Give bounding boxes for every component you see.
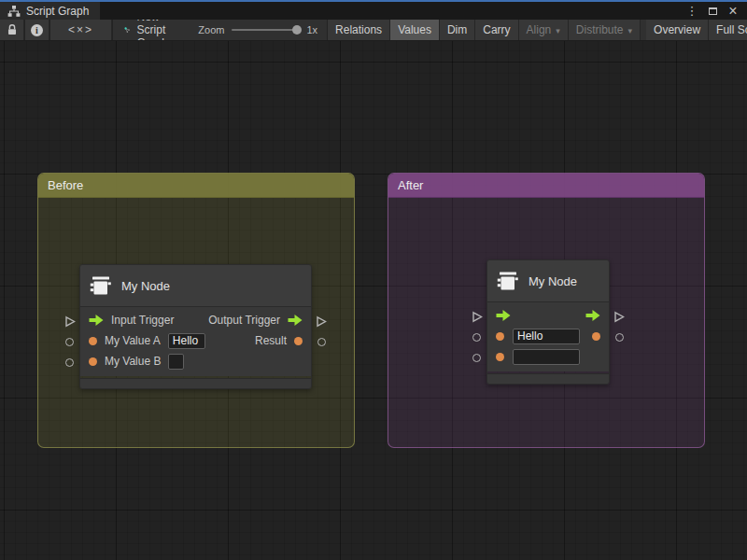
tab-script-graph[interactable]: Script Graph xyxy=(0,2,100,20)
flow-row xyxy=(487,305,609,326)
node-body: Input Trigger Output Trigger My Value A … xyxy=(80,307,311,376)
maximize-glyph xyxy=(709,7,717,15)
node-my-node-after[interactable]: My Node xyxy=(486,259,610,385)
zoom-slider-knob[interactable] xyxy=(292,25,302,35)
chevron-down-icon: ▾ xyxy=(556,26,560,35)
node-header[interactable]: My Node xyxy=(487,260,609,302)
value-a-row: My Value A Result xyxy=(80,330,311,351)
code-view-button[interactable]: <×> xyxy=(50,20,112,40)
value-b-port-icon[interactable] xyxy=(89,357,97,366)
flow-in-label: Input Trigger xyxy=(111,314,174,327)
value-b-input[interactable] xyxy=(168,354,184,370)
value-b-port-outer[interactable] xyxy=(472,354,481,362)
flow-output-port-outer[interactable] xyxy=(316,315,327,328)
zoom-slider[interactable] xyxy=(232,29,299,31)
result-port-outer[interactable] xyxy=(317,338,326,346)
value-b-row: My Value B xyxy=(80,351,311,371)
more-menu-icon[interactable]: ⋮ xyxy=(684,3,700,19)
group-before-label: Before xyxy=(48,178,83,192)
value-a-row xyxy=(487,326,609,346)
value-a-port-icon[interactable] xyxy=(89,337,97,345)
value-a-input[interactable] xyxy=(168,333,205,349)
values-button[interactable]: Values xyxy=(390,20,440,40)
carry-button[interactable]: Carry xyxy=(475,20,518,40)
flow-input-port-outer[interactable] xyxy=(64,315,76,328)
tab-bar: Script Graph ⋮ × xyxy=(0,2,747,20)
zoom-control: Zoom 1x xyxy=(189,20,327,40)
group-after-label: After xyxy=(398,178,423,192)
full-screen-button[interactable]: Full Screen xyxy=(709,20,747,40)
group-before-header[interactable]: Before xyxy=(38,174,354,198)
unit-icon xyxy=(497,272,520,291)
dim-button[interactable]: Dim xyxy=(440,20,475,40)
result-label: Result xyxy=(255,334,287,347)
node-body xyxy=(487,302,609,371)
code-view-icon: <×> xyxy=(68,23,93,36)
result-port-icon[interactable] xyxy=(294,337,303,345)
node-footer xyxy=(80,378,311,388)
relations-button[interactable]: Relations xyxy=(328,20,390,40)
distribute-label: Distribute xyxy=(576,23,624,36)
value-b-input[interactable] xyxy=(513,349,580,365)
flow-in-arrow-icon[interactable] xyxy=(496,310,511,321)
node-footer xyxy=(487,373,609,384)
value-a-label: My Value A xyxy=(105,334,161,347)
value-a-port-icon[interactable] xyxy=(496,332,504,341)
group-after-header[interactable]: After xyxy=(388,174,704,198)
value-b-port-outer[interactable] xyxy=(65,358,74,367)
value-b-row xyxy=(487,346,609,367)
graph-canvas[interactable]: Before After xyxy=(0,41,747,560)
close-icon[interactable]: × xyxy=(725,3,741,19)
window-controls: ⋮ × xyxy=(684,2,747,20)
graph-name: New Script Graph xyxy=(137,20,176,41)
align-label: Align xyxy=(527,23,552,36)
info-icon xyxy=(31,24,43,36)
value-b-port-icon[interactable] xyxy=(496,353,504,361)
script-graph-window: Script Graph ⋮ × <×> xyxy=(0,0,747,560)
chevron-down-icon: ▾ xyxy=(628,26,633,35)
tab-title: Script Graph xyxy=(26,5,89,18)
lock-button[interactable] xyxy=(0,20,24,40)
graph-breadcrumb[interactable]: New Script Graph xyxy=(113,20,189,40)
graph-toolbar: <×> New Script Graph Zoom 1x Relations V… xyxy=(0,20,747,41)
flow-out-label: Output Trigger xyxy=(208,314,280,327)
value-b-label: My Value B xyxy=(105,355,161,368)
node-my-node-before[interactable]: My Node Input Trigger Output Trigger My … xyxy=(79,264,312,389)
value-a-port-outer[interactable] xyxy=(65,338,74,346)
unit-icon xyxy=(90,276,113,296)
align-dropdown[interactable]: Align ▾ xyxy=(519,20,569,40)
flow-in-arrow-icon[interactable] xyxy=(89,315,104,326)
lock-icon xyxy=(6,23,19,36)
flow-out-arrow-icon[interactable] xyxy=(288,315,303,326)
script-graph-icon xyxy=(124,23,131,36)
sitemap-icon xyxy=(7,6,21,17)
flow-output-port-outer[interactable] xyxy=(613,311,625,323)
overview-button[interactable]: Overview xyxy=(646,20,709,40)
result-port-outer[interactable] xyxy=(615,333,624,342)
value-a-port-outer[interactable] xyxy=(472,333,481,342)
flow-input-port-outer[interactable] xyxy=(472,311,483,323)
maximize-icon[interactable] xyxy=(704,3,721,19)
zoom-value: 1x xyxy=(306,24,317,35)
inspector-button[interactable] xyxy=(25,20,49,40)
window-focus-line xyxy=(0,0,747,2)
distribute-dropdown[interactable]: Distribute ▾ xyxy=(569,20,641,40)
zoom-label: Zoom xyxy=(198,24,224,35)
node-title: My Node xyxy=(121,279,170,293)
result-port-icon[interactable] xyxy=(592,332,600,341)
value-a-input[interactable] xyxy=(513,329,580,344)
flow-row: Input Trigger Output Trigger xyxy=(80,310,311,330)
flow-out-arrow-icon[interactable] xyxy=(585,310,600,321)
node-header[interactable]: My Node xyxy=(80,265,311,307)
node-title: My Node xyxy=(529,274,577,288)
